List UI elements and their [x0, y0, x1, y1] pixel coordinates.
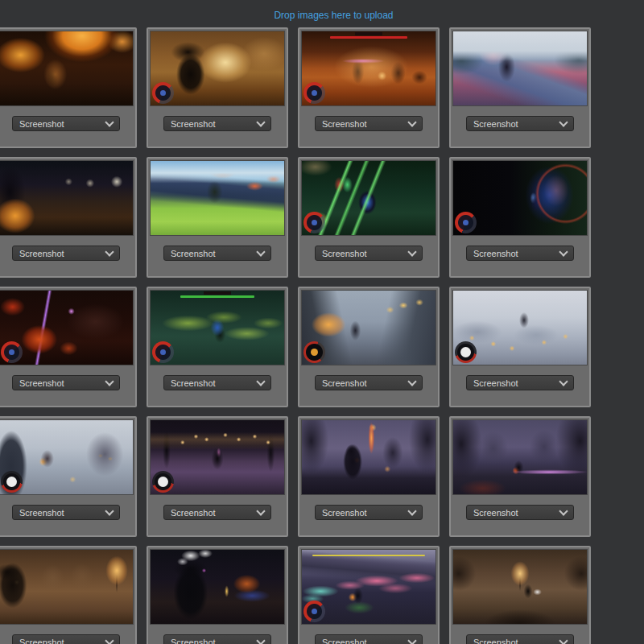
- screenshot-type-select[interactable]: Screenshot: [466, 116, 574, 131]
- game-image-village-leap: [453, 291, 587, 365]
- select-label: Screenshot: [171, 378, 258, 388]
- screenshot-type-select[interactable]: Screenshot: [315, 116, 423, 131]
- game-image-dusk-firebolt: [302, 420, 436, 494]
- ability-gauge-icon: [303, 82, 325, 104]
- screenshot-type-select[interactable]: Screenshot: [466, 634, 574, 644]
- upload-card-15: Screenshot: [298, 416, 440, 537]
- select-label: Screenshot: [473, 508, 560, 518]
- chevron-down-icon: [256, 506, 265, 515]
- game-image-mushroom-meadow: [151, 161, 284, 235]
- game-image-glow-slide: [453, 161, 587, 235]
- select-label: Screenshot: [322, 249, 409, 258]
- upload-card-1: Screenshot: [0, 27, 137, 148]
- game-image-fog-pagoda: [0, 420, 133, 494]
- game-image-lantern-grove: [151, 420, 284, 494]
- select-label: Screenshot: [322, 378, 409, 388]
- upload-card-14: Screenshot: [147, 416, 288, 537]
- screenshot-type-select[interactable]: Screenshot: [466, 246, 574, 261]
- game-image-river-flowers: [453, 31, 587, 105]
- screenshot-type-select[interactable]: Screenshot: [315, 634, 423, 644]
- upload-link[interactable]: Drop images here to upload: [274, 10, 393, 21]
- upload-card-8: Screenshot: [449, 157, 591, 278]
- screenshot-type-select[interactable]: Screenshot: [12, 634, 120, 644]
- select-label: Screenshot: [473, 119, 560, 129]
- screenshot-type-select[interactable]: Screenshot: [163, 116, 271, 131]
- screenshot-type-select[interactable]: Screenshot: [12, 375, 120, 390]
- game-image-leaf-den: [151, 291, 284, 365]
- screenshot-type-select[interactable]: Screenshot: [163, 246, 271, 261]
- upload-card-10: Screenshot: [147, 287, 288, 407]
- upload-card-4: Screenshot: [449, 27, 591, 148]
- select-label: Screenshot: [473, 638, 560, 644]
- game-image-ember-cavern: [0, 291, 133, 365]
- chevron-down-icon: [559, 377, 568, 386]
- game-image-fiery-trees: [0, 31, 133, 105]
- ability-gauge-icon: [303, 601, 325, 622]
- screenshot-type-select[interactable]: Screenshot: [315, 246, 423, 261]
- upload-card-7: Screenshot: [298, 157, 440, 278]
- compass-white-icon: [455, 341, 477, 363]
- chevron-down-icon: [256, 636, 265, 644]
- select-label: Screenshot: [171, 508, 258, 518]
- chevron-down-icon: [407, 118, 416, 126]
- game-image-clock-hall: [0, 161, 133, 235]
- compass-orange-icon: [303, 341, 325, 363]
- screenshot-type-select[interactable]: Screenshot: [163, 634, 271, 644]
- upload-card-5: Screenshot: [0, 157, 137, 278]
- upload-card-9: Screenshot: [0, 287, 137, 407]
- ability-gauge-icon: [152, 82, 174, 104]
- screenshot-type-select[interactable]: Screenshot: [163, 505, 271, 520]
- screenshot-type-select[interactable]: Screenshot: [12, 116, 120, 131]
- upload-card-3: Screenshot: [298, 27, 440, 148]
- select-label: Screenshot: [171, 119, 258, 129]
- screenshot-type-select[interactable]: Screenshot: [466, 375, 574, 390]
- screenshot-type-select[interactable]: Screenshot: [466, 505, 574, 520]
- chevron-down-icon: [256, 377, 265, 386]
- chevron-down-icon: [105, 377, 114, 386]
- select-label: Screenshot: [19, 508, 106, 518]
- chevron-down-icon: [559, 247, 568, 256]
- game-image-dusk-sprint: [453, 420, 587, 494]
- status-bar: [180, 295, 254, 298]
- chevron-down-icon: [256, 118, 265, 126]
- chevron-down-icon: [105, 636, 114, 644]
- card-grid: Screenshot Screenshot Screenshot Screens…: [0, 27, 591, 644]
- screenshot-type-select[interactable]: Screenshot: [12, 246, 120, 261]
- ability-gauge-icon: [303, 212, 325, 233]
- compass-white-icon: [1, 471, 23, 493]
- select-label: Screenshot: [473, 249, 560, 258]
- chevron-down-icon: [559, 506, 568, 515]
- chevron-down-icon: [407, 636, 416, 644]
- game-image-laser-vault: [302, 161, 436, 235]
- screenshot-type-select[interactable]: Screenshot: [315, 375, 423, 390]
- game-image-tent-room: [0, 550, 133, 624]
- upload-card-17: Screenshot: [0, 546, 137, 644]
- screenshot-type-select[interactable]: Screenshot: [12, 505, 120, 520]
- upload-card-13: Screenshot: [0, 416, 137, 537]
- upload-dropzone[interactable]: Drop images here to upload: [0, 0, 644, 22]
- chevron-down-icon: [105, 247, 114, 256]
- status-bar: [312, 555, 425, 556]
- chevron-down-icon: [407, 377, 416, 386]
- status-bar-label: [204, 291, 231, 295]
- select-label: Screenshot: [322, 119, 409, 129]
- status-bar-label: [355, 32, 382, 35]
- select-label: Screenshot: [322, 508, 409, 518]
- screenshot-type-select[interactable]: Screenshot: [315, 505, 423, 520]
- ability-gauge-icon: [1, 341, 23, 363]
- upload-card-12: Screenshot: [449, 287, 591, 407]
- chevron-down-icon: [256, 247, 265, 256]
- chevron-down-icon: [105, 506, 114, 515]
- screenshot-type-select[interactable]: Screenshot: [163, 375, 271, 390]
- select-label: Screenshot: [19, 249, 106, 258]
- status-bar: [330, 36, 407, 39]
- ability-gauge-icon: [455, 212, 477, 233]
- upload-card-11: Screenshot: [298, 287, 440, 407]
- chevron-down-icon: [407, 247, 416, 256]
- select-label: Screenshot: [171, 638, 258, 644]
- compass-white-icon: [152, 471, 174, 493]
- game-image-workshop-witch: [151, 550, 284, 624]
- game-image-tent-lamp: [453, 550, 587, 624]
- ability-gauge-icon: [152, 341, 174, 363]
- select-label: Screenshot: [19, 638, 106, 644]
